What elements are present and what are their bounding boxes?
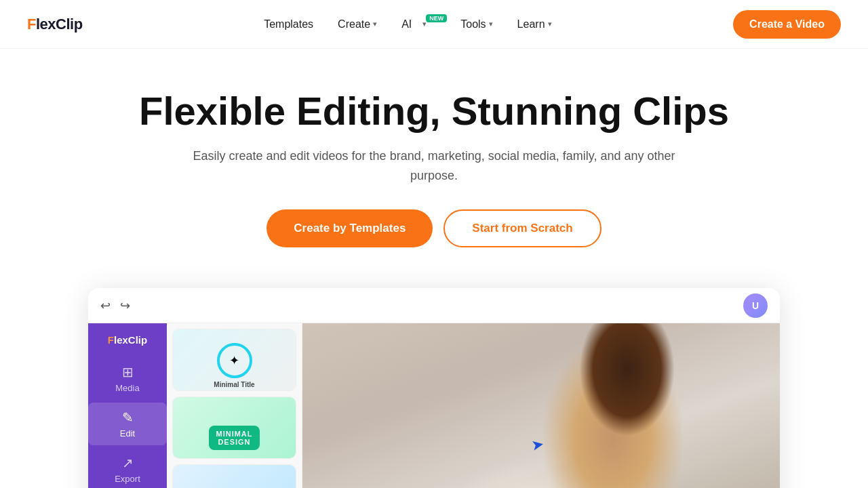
nav-tools[interactable]: Tools ▾ [451, 13, 502, 36]
sidebar-export-label: Export [115, 474, 140, 484]
editor-sidebar: FlexClip ⊞ Media ✎ Edit ↗ Export [88, 323, 167, 488]
sidebar-logo-text: FlexClip [108, 334, 147, 346]
nav-create[interactable]: Create ▾ [328, 13, 387, 36]
nav-create-label: Create [338, 18, 370, 30]
hero-subtitle: Easily create and edit videos for the br… [190, 146, 678, 186]
undo-button[interactable]: ↩ [100, 298, 111, 313]
nav-learn[interactable]: Learn ▾ [508, 13, 561, 36]
minimal-design-text-1: MINIMAL [216, 430, 252, 438]
hero-title: Flexible Editing, Stunning Clips [14, 89, 854, 133]
edit-icon: ✎ [122, 409, 134, 426]
template-card-inner-3: 🏔️ [173, 465, 296, 488]
template-card-minimal-title[interactable]: ✦ Minimal Title Creative Design [172, 329, 296, 391]
logo-text: FlexClip [27, 16, 83, 33]
templates-panel: ✦ Minimal Title Creative Design MINIMAL … [167, 323, 302, 488]
sidebar-media-label: Media [115, 383, 139, 393]
nav-links: Templates Create ▾ AI NEW ▾ Tools ▾ Lear… [254, 13, 561, 36]
chevron-down-icon: ▾ [548, 20, 552, 28]
nav-tools-label: Tools [460, 18, 486, 30]
create-video-button[interactable]: Create a Video [733, 10, 841, 39]
start-from-scratch-button[interactable]: Start from Scratch [443, 209, 601, 247]
template-title-label: Minimal Title [214, 381, 254, 388]
sidebar-item-media[interactable]: ⊞ Media [88, 357, 167, 400]
nav-ai-label: AI [401, 18, 412, 30]
hero-section: Flexible Editing, Stunning Clips Easily … [0, 49, 868, 268]
template-ring: ✦ [217, 343, 252, 378]
editor-topbar: ↩ ↪ U [88, 288, 780, 323]
nav-templates[interactable]: Templates [254, 13, 323, 36]
editor-panels: ✦ Minimal Title Creative Design MINIMAL … [167, 323, 780, 488]
redo-button[interactable]: ↪ [120, 298, 130, 313]
sidebar-edit-label: Edit [120, 428, 135, 439]
sidebar-logo-rest: lexClip [114, 334, 147, 346]
navbar: FlexClip Templates Create ▾ AI NEW ▾ Too… [0, 0, 868, 49]
minimal-design-text-2: DESIGN [216, 438, 252, 446]
template-card-landscape[interactable]: 🏔️ [172, 464, 296, 488]
minimal-design-badge: MINIMAL DESIGN [209, 426, 259, 450]
nav-ai[interactable]: AI NEW ▾ [392, 13, 446, 36]
editor-body: FlexClip ⊞ Media ✎ Edit ↗ Export [88, 323, 780, 488]
nav-learn-label: Learn [517, 18, 545, 30]
hero-buttons: Create by Templates Start from Scratch [14, 209, 854, 247]
sidebar-logo-f: F [108, 334, 114, 346]
editor-canvas: ➤ [302, 323, 780, 488]
ai-new-badge: NEW [426, 14, 447, 22]
logo[interactable]: FlexClip [27, 16, 83, 33]
editor-preview: ↩ ↪ U FlexClip ⊞ Media ✎ Edit ↗ Export [88, 288, 780, 488]
template-card-minimal-design[interactable]: MINIMAL DESIGN [172, 396, 296, 459]
sidebar-logo: FlexClip [108, 334, 147, 346]
nav-templates-label: Templates [264, 18, 313, 30]
create-by-templates-button[interactable]: Create by Templates [267, 209, 433, 247]
export-icon: ↗ [122, 455, 134, 471]
logo-f: F [27, 16, 36, 33]
editor-toolbar-left: ↩ ↪ [100, 298, 130, 313]
canvas-image-layer [302, 323, 780, 488]
user-avatar[interactable]: U [743, 293, 768, 318]
chevron-down-icon: ▾ [489, 20, 493, 28]
sidebar-item-export[interactable]: ↗ Export [88, 448, 167, 488]
grid-icon: ⊞ [122, 364, 134, 380]
template-card-inner: ✦ Minimal Title Creative Design [173, 329, 296, 391]
logo-rest: lexClip [36, 16, 83, 33]
template-card-inner-2: MINIMAL DESIGN [173, 397, 296, 459]
sidebar-item-edit[interactable]: ✎ Edit [88, 403, 167, 445]
chevron-down-icon: ▾ [373, 20, 377, 28]
